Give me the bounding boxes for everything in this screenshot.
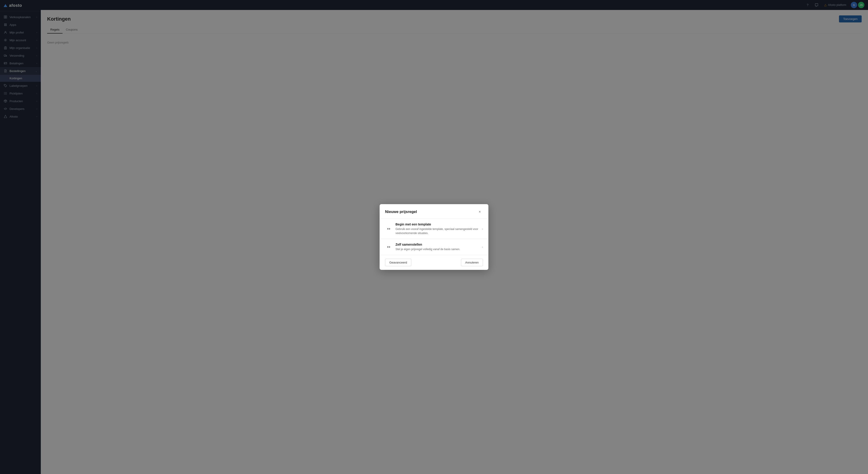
- option-template-title: Begin met een template: [396, 222, 479, 226]
- option-template-content: Begin met een template Gebruik een voora…: [396, 222, 479, 235]
- template-icon: [385, 225, 392, 232]
- custom-icon: [385, 243, 392, 251]
- modal: Nieuwe prijsregel × Begin met een templa…: [380, 204, 488, 270]
- modal-footer: Geavanceerd Annuleren: [380, 255, 488, 270]
- modal-close-button[interactable]: ×: [476, 209, 483, 215]
- modal-header: Nieuwe prijsregel ×: [380, 204, 488, 219]
- modal-option-template[interactable]: Begin met een template Gebruik een voora…: [380, 219, 488, 239]
- advanced-button[interactable]: Geavanceerd: [385, 259, 411, 266]
- modal-overlay[interactable]: Nieuwe prijsregel × Begin met een templa…: [0, 0, 868, 474]
- chevron-right-icon: ›: [482, 227, 483, 231]
- cancel-button[interactable]: Annuleren: [461, 259, 483, 266]
- modal-option-custom[interactable]: Zelf samenstellen Stel je eigen prijsreg…: [380, 239, 488, 255]
- option-custom-title: Zelf samenstellen: [396, 243, 479, 246]
- option-custom-desc: Stel je eigen prijsregel volledig vanaf …: [396, 247, 479, 251]
- chevron-right-icon-2: ›: [482, 245, 483, 249]
- modal-title: Nieuwe prijsregel: [385, 210, 417, 214]
- option-template-desc: Gebruik een vooraf ingestelde template, …: [396, 227, 479, 235]
- option-custom-content: Zelf samenstellen Stel je eigen prijsreg…: [396, 243, 479, 251]
